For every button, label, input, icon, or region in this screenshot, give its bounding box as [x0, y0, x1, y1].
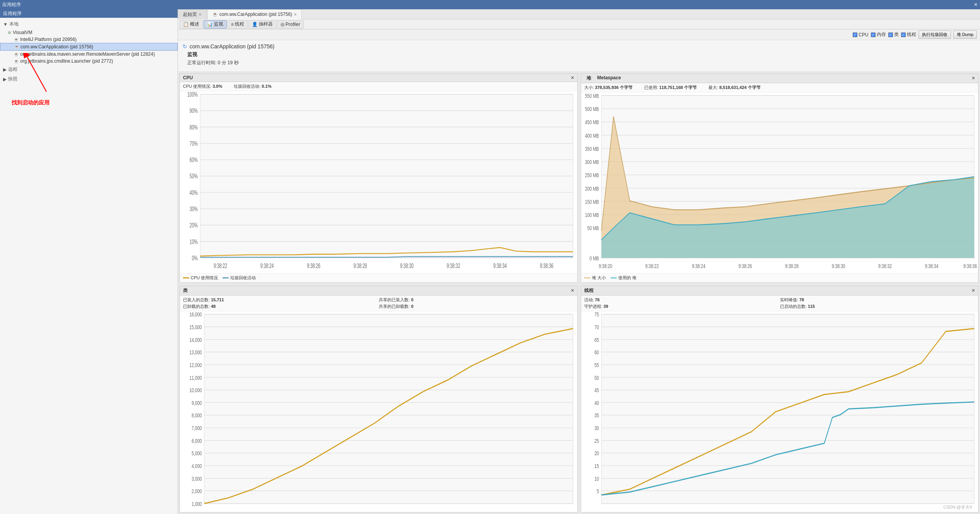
- dump-button[interactable]: 堆 Dump: [953, 31, 977, 39]
- svg-text:50 MB: 50 MB: [587, 225, 599, 232]
- tab-close-icon[interactable]: ✕: [198, 12, 202, 17]
- annotation-arrow: [23, 53, 101, 99]
- svg-text:12,000: 12,000: [190, 362, 202, 368]
- svg-text:9:38:32: 9:38:32: [878, 263, 892, 270]
- sidebar-item-label: com.ww.CarApplication (pid 15756): [21, 44, 93, 50]
- cpu-chart-legend: CPU 使用情况 垃圾回收活动: [180, 273, 577, 282]
- metaspace-tab[interactable]: Metaspace: [595, 75, 623, 82]
- svg-text:1,000: 1,000: [192, 500, 202, 507]
- sidebar-item-visualvm[interactable]: ⚙ VisualVM: [0, 29, 178, 36]
- svg-text:0%: 0%: [192, 255, 198, 262]
- tab-threads[interactable]: ≡ 线程: [227, 20, 248, 29]
- tab-overview[interactable]: 📋 概述: [180, 20, 203, 29]
- java-icon: ☕: [14, 59, 19, 63]
- app-title: ↻ com.ww.CarApplication (pid 15756): [183, 43, 975, 50]
- tool-tab-label: 线程: [235, 21, 244, 27]
- svg-text:550 MB: 550 MB: [585, 92, 599, 99]
- gc-button[interactable]: 执行垃圾回收: [918, 31, 951, 39]
- cpu-checkbox[interactable]: [853, 32, 857, 37]
- threads-stat-3: 实时峰值: 78: [780, 297, 975, 303]
- heap-close-icon[interactable]: ✕: [971, 76, 975, 81]
- classes-checkbox-label[interactable]: 类: [888, 31, 899, 38]
- java-icon: ☕: [212, 12, 218, 17]
- heap-chart-header: 堆 Metaspace ✕: [581, 74, 978, 83]
- right-panel: 起始页 ✕ ☕ com.ww.CarApplication (pid 15756…: [178, 9, 980, 514]
- chevron-icon: ▶: [3, 67, 7, 72]
- classes-chart-panel: 类 ✕ 已装入的总数: 15,711 共享的已装入数: 0 已: [180, 286, 578, 512]
- classes-label: 类: [894, 31, 899, 38]
- java-icon: ☕: [14, 52, 19, 56]
- heap-chart-panel: 堆 Metaspace ✕ 大小: 378,535,936 个字节 已使用: 1…: [581, 73, 979, 283]
- memory-label: 内存: [877, 31, 886, 38]
- cpu-close-icon[interactable]: ✕: [571, 75, 574, 80]
- tab-bar: 起始页 ✕ ☕ com.ww.CarApplication (pid 15756…: [178, 9, 980, 19]
- cpu-checkbox-label[interactable]: CPU: [853, 32, 868, 38]
- threads-icon: ≡: [231, 22, 234, 27]
- svg-text:2,000: 2,000: [192, 488, 202, 494]
- svg-text:9:38:26: 9:38:26: [738, 263, 752, 270]
- svg-text:9:38:34: 9:38:34: [493, 263, 507, 270]
- annotation-area: 找到启动的应用: [0, 92, 178, 106]
- memory-checkbox[interactable]: [871, 32, 876, 37]
- heap-stat-2: 已使用: 118,751,168 个字节: [644, 85, 697, 91]
- heap-tab[interactable]: 堆: [584, 75, 593, 82]
- cpu-chart-stats: CPU 使用情况: 3.0% 垃圾回收活动: 0.1%: [180, 82, 577, 91]
- sidebar-local-section[interactable]: ▼ 本地: [0, 19, 178, 29]
- tab-carapp[interactable]: ☕ com.ww.CarApplication (pid 15756) ✕: [207, 9, 302, 19]
- sidebar-item-label: IntelliJ Platform (pid 20956): [20, 37, 77, 42]
- chevron-icon: ▼: [3, 22, 8, 27]
- svg-text:9:38:22: 9:38:22: [645, 263, 658, 270]
- title-bar-text: 应用程序: [2, 2, 21, 8]
- svg-text:10: 10: [594, 475, 599, 482]
- app-title-area: ↻ com.ww.CarApplication (pid 15756) 监视 正…: [178, 40, 980, 72]
- svg-text:250 MB: 250 MB: [585, 172, 599, 179]
- watermark: CSDN @非大V: [943, 504, 972, 510]
- threads-checkbox-label[interactable]: 线程: [901, 31, 916, 38]
- classes-chart-stats: 已装入的总数: 15,711 共享的已装入数: 0 已卸载的总数: 48 共: [180, 295, 577, 311]
- legend-heap-used-color: [611, 277, 617, 278]
- sidebar-snapshot-label: 快照: [8, 76, 17, 82]
- cpu-label: CPU: [859, 32, 868, 38]
- classes-stat-3: 共享的已装入数: 0: [379, 297, 574, 303]
- app-title-text: com.ww.CarApplication (pid 15756): [190, 43, 274, 50]
- heap-panel-tabs: 堆 Metaspace: [584, 75, 623, 82]
- sidebar-item-intellij[interactable]: ☕ IntelliJ Platform (pid 20956): [0, 36, 178, 43]
- java-icon: ☕: [14, 45, 19, 49]
- reload-icon[interactable]: ↻: [183, 43, 187, 50]
- java-icon: ☕: [14, 38, 19, 42]
- svg-text:60%: 60%: [190, 157, 198, 164]
- threads-close-icon[interactable]: ✕: [971, 288, 975, 293]
- sidebar-item-carapp[interactable]: ☕ com.ww.CarApplication (pid 15756): [0, 43, 178, 51]
- sidebar-local-label: 本地: [9, 21, 19, 27]
- chevron-icon: ▶: [3, 77, 7, 82]
- legend-cpu-label: CPU 使用情况: [191, 275, 218, 281]
- svg-text:9:38:30: 9:38:30: [400, 263, 414, 270]
- threads-checkbox[interactable]: [901, 32, 906, 37]
- svg-text:45: 45: [594, 387, 599, 393]
- title-bar-close[interactable]: ✕: [974, 2, 978, 7]
- tab-monitor[interactable]: 📊 监视: [204, 20, 227, 29]
- svg-text:100 MB: 100 MB: [585, 212, 599, 219]
- heap-chart-stats: 大小: 378,535,936 个字节 已使用: 118,751,168 个字节…: [581, 83, 978, 92]
- uptime-label: 正常运行时间: 0 分 19 秒: [183, 59, 975, 68]
- monitor-label: 监视: [183, 50, 975, 59]
- svg-text:35: 35: [594, 412, 599, 418]
- tab-close-icon[interactable]: ✕: [294, 12, 297, 17]
- svg-text:65: 65: [594, 336, 599, 343]
- classes-stat-4: 共享的已卸载数: 0: [379, 304, 574, 309]
- svg-text:90%: 90%: [190, 108, 198, 114]
- tab-profiler[interactable]: ◎ Profiler: [277, 20, 304, 29]
- svg-text:14,000: 14,000: [190, 336, 202, 343]
- memory-checkbox-label[interactable]: 内存: [871, 31, 886, 38]
- tab-sampler[interactable]: 👤 抽样器: [248, 20, 276, 29]
- svg-text:350 MB: 350 MB: [585, 145, 599, 152]
- classes-checkbox[interactable]: [888, 32, 893, 37]
- tab-label: com.ww.CarApplication (pid 15756): [219, 12, 292, 17]
- cpu-stat-2: 垃圾回收活动: 0.1%: [234, 84, 271, 89]
- tab-start[interactable]: 起始页 ✕: [178, 9, 207, 19]
- sidebar-header: 应用程序: [0, 9, 178, 18]
- svg-text:9:38:36: 9:38:36: [963, 263, 977, 270]
- svg-text:9:38:20: 9:38:20: [599, 263, 612, 270]
- svg-text:450 MB: 450 MB: [585, 119, 599, 126]
- classes-close-icon[interactable]: ✕: [571, 288, 574, 293]
